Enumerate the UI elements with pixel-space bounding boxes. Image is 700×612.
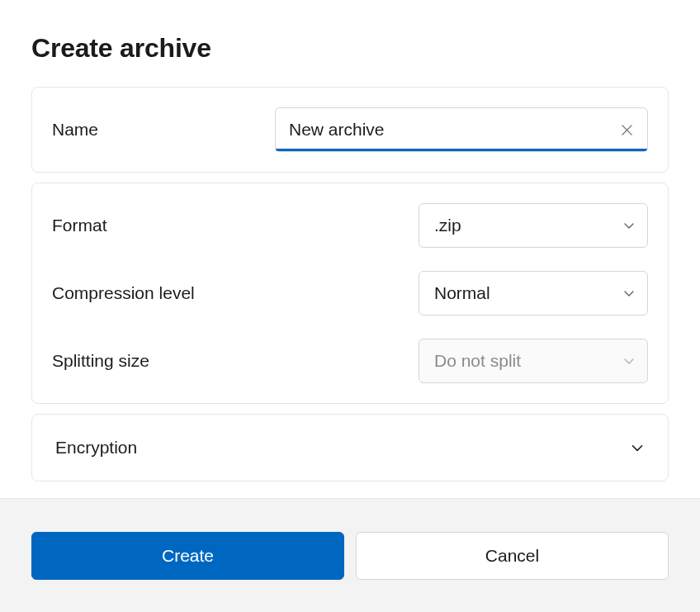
- compression-value: Normal: [434, 283, 490, 303]
- format-row: Format .zip: [52, 203, 648, 248]
- chevron-down-icon: [622, 287, 636, 300]
- create-button[interactable]: Create: [31, 532, 344, 580]
- compression-label: Compression level: [52, 283, 195, 303]
- compression-row: Compression level Normal: [52, 271, 648, 315]
- dialog-title: Create archive: [31, 33, 669, 64]
- clear-name-button[interactable]: [613, 116, 640, 143]
- options-card: Format .zip Compression level Normal: [31, 183, 669, 404]
- encryption-label: Encryption: [55, 438, 137, 458]
- close-icon: [621, 124, 633, 136]
- splitting-select: Do not split: [419, 339, 648, 383]
- dialog-footer: Create Cancel: [0, 498, 700, 612]
- dialog-content: Create archive Name: [0, 0, 700, 498]
- cancel-button-label: Cancel: [485, 546, 539, 566]
- chevron-down-icon: [630, 440, 645, 455]
- name-input-wrap: [275, 107, 648, 152]
- chevron-down-icon: [622, 354, 636, 368]
- cancel-button[interactable]: Cancel: [356, 532, 669, 580]
- name-input[interactable]: [275, 107, 648, 152]
- create-button-label: Create: [162, 546, 214, 566]
- name-label: Name: [52, 120, 98, 140]
- chevron-down-icon: [622, 219, 636, 232]
- compression-select[interactable]: Normal: [419, 271, 648, 315]
- name-card: Name: [31, 87, 669, 173]
- format-select[interactable]: .zip: [419, 203, 648, 248]
- name-row: Name: [52, 107, 648, 152]
- format-label: Format: [52, 216, 107, 235]
- format-value: .zip: [434, 216, 461, 235]
- splitting-label: Splitting size: [52, 351, 149, 371]
- create-archive-dialog: Create archive Name: [0, 0, 700, 612]
- encryption-expander[interactable]: Encryption: [31, 414, 669, 482]
- splitting-row: Splitting size Do not split: [52, 339, 648, 383]
- splitting-value: Do not split: [434, 351, 521, 371]
